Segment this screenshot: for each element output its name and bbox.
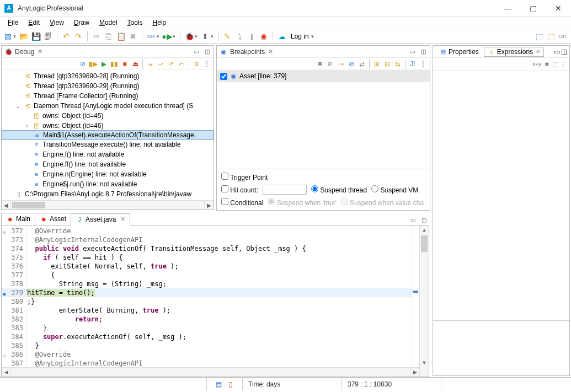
close-tab-icon[interactable]: ✕: [120, 216, 125, 223]
view-menu-icon[interactable]: ⋮: [419, 60, 428, 68]
process-row[interactable]: ▯C:\Program Files\AnyLogic 8.7 Professio…: [2, 189, 214, 199]
step-into-icon[interactable]: ⬎: [146, 60, 154, 68]
editor-tab[interactable]: ◆Asset: [35, 213, 71, 225]
debug-tree[interactable]: ⟲Thread [qtp32639690-28] (Running) ⟲Thre…: [2, 70, 214, 200]
minimize-editor-icon[interactable]: ▭: [408, 216, 417, 225]
close-icon[interactable]: ✕: [268, 48, 273, 55]
scroll-right-icon[interactable]: ▶: [204, 201, 214, 210]
conditional-checkbox[interactable]: Conditional: [221, 198, 263, 207]
breakpoint-item[interactable]: ◉ Asset [line: 379]: [217, 70, 430, 82]
disconnect-icon[interactable]: ⏏: [131, 60, 140, 68]
maximize-panel-icon[interactable]: ◫: [202, 47, 211, 56]
close-icon[interactable]: ✕: [536, 49, 540, 55]
properties-tab[interactable]: ▤Properties: [435, 47, 483, 57]
suspend-vm-radio[interactable]: Suspend VM: [371, 185, 418, 194]
maximize-editor-icon[interactable]: ◫: [419, 216, 428, 225]
line-gutter[interactable]: 372⊖ 373374375376377378 379● 38038138238…: [2, 225, 27, 377]
cloud-icon[interactable]: ☁: [276, 31, 287, 42]
undo-icon[interactable]: ↶: [61, 31, 72, 42]
remove-expression-icon[interactable]: ✖: [545, 61, 549, 67]
skip-all-icon[interactable]: ⊘: [347, 60, 356, 68]
stack-frame-row[interactable]: ≡Engine.f() line: not available: [2, 149, 214, 159]
owns-row[interactable]: ›⚿owns: Object (id=46): [2, 121, 214, 131]
step-over2-icon[interactable]: ⤻: [156, 60, 165, 68]
open-icon[interactable]: 📂: [18, 31, 29, 42]
menu-edit[interactable]: Edit: [24, 18, 44, 28]
run-icon[interactable]: ●▶: [162, 31, 173, 42]
remove-icon[interactable]: ✖: [316, 60, 324, 68]
view-menu-icon[interactable]: ⋮: [561, 61, 566, 67]
link-icon[interactable]: ⇄: [357, 60, 366, 68]
horizontal-scrollbar[interactable]: ◀ ▶: [2, 200, 214, 210]
filter-icon[interactable]: ⫿: [246, 31, 257, 42]
minimize-panel-icon[interactable]: ▭: [554, 48, 560, 56]
editor-tab[interactable]: ◆Main: [1, 213, 35, 225]
resume-all-icon[interactable]: ▶: [99, 60, 108, 68]
minimize-button[interactable]: —: [495, 0, 520, 17]
collapse-icon[interactable]: ⌄: [15, 103, 22, 109]
smart-insert-icon[interactable]: ▯: [226, 379, 236, 389]
menu-draw[interactable]: Draw: [70, 18, 94, 28]
menu-view[interactable]: View: [45, 18, 68, 28]
perspective-debug-icon[interactable]: ⬚: [546, 31, 557, 42]
close-button[interactable]: ✕: [546, 0, 571, 17]
redo-icon[interactable]: ↷: [73, 31, 84, 42]
save-icon[interactable]: 💾: [30, 31, 41, 42]
resume-icon[interactable]: ▮▶: [89, 60, 98, 68]
breakpoints-list[interactable]: ◉ Asset [line: 379]: [217, 70, 430, 169]
scroll-down-icon[interactable]: ▼: [420, 358, 429, 367]
maximize-panel-icon[interactable]: ◫: [561, 48, 567, 56]
wand-icon[interactable]: ✎: [222, 31, 233, 42]
expand-icon[interactable]: ›: [24, 123, 30, 129]
breakpoint-enabled-checkbox[interactable]: [220, 73, 227, 80]
export-icon[interactable]: ⬆: [200, 31, 211, 42]
view-menu-icon[interactable]: ⋮: [202, 60, 211, 68]
new-expression-icon[interactable]: x+y: [532, 61, 541, 67]
close-icon[interactable]: ✕: [38, 48, 42, 55]
thread-row[interactable]: ⟲Thread [qtp32639690-29] (Running): [2, 81, 214, 91]
scroll-right-icon[interactable]: ▶: [410, 368, 419, 377]
login-label[interactable]: Log in: [291, 33, 309, 40]
minimize-panel-icon[interactable]: ▭: [191, 47, 200, 56]
scroll-left-icon[interactable]: ◀: [2, 368, 11, 377]
menu-model[interactable]: Model: [95, 18, 122, 28]
drop-frame-icon[interactable]: ⤺: [177, 60, 186, 68]
step-over-icon[interactable]: ⤵: [234, 31, 245, 42]
goto-icon[interactable]: ⇢: [337, 60, 345, 68]
thread-row[interactable]: ⟲Thread [qtp32639690-28] (Running): [2, 71, 214, 81]
delete-icon[interactable]: ✖: [127, 31, 138, 42]
thread-row[interactable]: ⟲Thread [Frame Collector] (Running): [2, 91, 214, 101]
editor-tab[interactable]: JAsset.java✕: [71, 213, 130, 225]
trigger-point-checkbox[interactable]: Trigger Point: [221, 173, 268, 181]
stack-frame-row[interactable]: ≡TransitionMessage.execute() line: not a…: [2, 139, 214, 149]
maximize-button[interactable]: ▢: [520, 0, 546, 17]
menu-file[interactable]: File: [3, 18, 23, 28]
stack-frame-row[interactable]: ≡Engine.n(Engine) line: not available: [2, 169, 214, 179]
step-return-icon[interactable]: ⬏: [167, 60, 175, 68]
menu-tools[interactable]: Tools: [123, 18, 147, 28]
daemon-thread-row[interactable]: ⌄⟲Daemon Thread [AnyLogic model executio…: [2, 101, 214, 111]
hit-count-input[interactable]: [263, 185, 307, 195]
perspective-model-icon[interactable]: ⬚: [533, 31, 545, 42]
code-editor[interactable]: 372⊖ 373374375376377378 379● 38038138238…: [1, 225, 429, 377]
lifebuoy-icon[interactable]: ◉: [258, 31, 269, 42]
terminate-icon[interactable]: ■: [120, 60, 129, 68]
vertical-scrollbar[interactable]: ▲ ▼: [419, 225, 429, 377]
use-step-filters-icon[interactable]: ≡: [192, 60, 201, 68]
stack-frame-row[interactable]: ≡Engine$j.run() line: not available: [2, 179, 214, 189]
editor-horizontal-scrollbar[interactable]: ◀ ▶: [2, 367, 419, 377]
build-icon[interactable]: 010: [146, 31, 157, 42]
expand-all-icon[interactable]: ⊞: [372, 60, 381, 68]
expressions-area[interactable]: [433, 70, 569, 320]
collapse-icon[interactable]: ⬚: [552, 61, 557, 67]
expressions-tab[interactable]: ᶍExpressions✕: [484, 47, 544, 57]
owns-row[interactable]: ⚿owns: Object (id=45): [2, 111, 214, 121]
expression-detail-area[interactable]: [433, 320, 569, 375]
scroll-up-icon[interactable]: ▲: [420, 225, 429, 235]
writable-icon[interactable]: ▤: [214, 379, 223, 389]
stack-frame-row[interactable]: ≡Engine.ff() line: not available: [2, 159, 214, 169]
menu-help[interactable]: Help: [148, 18, 171, 28]
perspective-git-icon[interactable]: GIT: [558, 31, 569, 42]
new-icon[interactable]: ▧: [2, 31, 13, 42]
copy-icon[interactable]: ⿻: [103, 31, 114, 42]
